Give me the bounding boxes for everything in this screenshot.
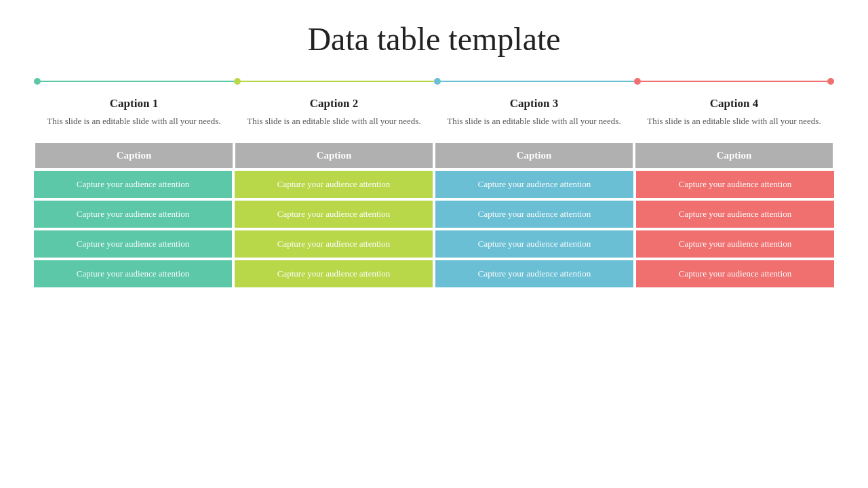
caption-3-heading: Caption 3 <box>441 97 627 110</box>
page-title: Data table template <box>307 20 560 58</box>
caption-col-4: Caption 4 This slide is an editable slid… <box>634 97 834 128</box>
table-row-1: Capture your audience attention Capture … <box>34 171 834 198</box>
table-cell-3-4: Capture your audience attention <box>636 230 834 258</box>
table-cell-3-2: Capture your audience attention <box>235 230 433 258</box>
table-cell-3-1: Capture your audience attention <box>34 230 232 258</box>
timeline-line-2 <box>241 81 434 82</box>
table-cell-3-3: Capture your audience attention <box>435 230 633 258</box>
timeline-segment-1 <box>34 78 234 85</box>
table-cell-2-1: Capture your audience attention <box>34 201 232 228</box>
table-header-4: Caption <box>635 143 833 168</box>
table-cell-1-1: Capture your audience attention <box>34 171 232 198</box>
timeline-line-3 <box>441 81 634 82</box>
table-cell-4-2: Capture your audience attention <box>235 260 433 287</box>
timeline-segment-2 <box>234 78 434 85</box>
table-cell-1-2: Capture your audience attention <box>235 171 433 198</box>
caption-2-text: This slide is an editable slide with all… <box>241 115 427 128</box>
table-header-row: Caption Caption Caption Caption <box>34 143 834 168</box>
table-body: Capture your audience attention Capture … <box>34 171 834 287</box>
table-cell-2-2: Capture your audience attention <box>235 201 433 228</box>
caption-3-text: This slide is an editable slide with all… <box>441 115 627 128</box>
table-row-3: Capture your audience attention Capture … <box>34 230 834 258</box>
table-cell-4-3: Capture your audience attention <box>435 260 633 287</box>
timeline-dot-4 <box>634 78 641 85</box>
caption-col-2: Caption 2 This slide is an editable slid… <box>234 97 434 128</box>
caption-col-3: Caption 3 This slide is an editable slid… <box>434 97 634 128</box>
caption-4-heading: Caption 4 <box>641 97 827 110</box>
table-header-2: Caption <box>235 143 433 168</box>
timeline-segment-4 <box>634 78 834 85</box>
timeline-line-4 <box>641 81 827 82</box>
timeline <box>34 78 834 85</box>
timeline-dot-1 <box>34 78 41 85</box>
table-cell-4-1: Capture your audience attention <box>34 260 232 287</box>
table-cell-2-4: Capture your audience attention <box>636 201 834 228</box>
caption-1-text: This slide is an editable slide with all… <box>41 115 227 128</box>
table-header-1: Caption <box>35 143 233 168</box>
caption-4-text: This slide is an editable slide with all… <box>641 115 827 128</box>
caption-1-heading: Caption 1 <box>41 97 227 110</box>
table-header-3: Caption <box>435 143 633 168</box>
timeline-dot-3 <box>434 78 441 85</box>
table-cell-1-3: Capture your audience attention <box>435 171 633 198</box>
table-row-2: Capture your audience attention Capture … <box>34 201 834 228</box>
table-cell-1-4: Capture your audience attention <box>636 171 834 198</box>
table-cell-4-4: Capture your audience attention <box>636 260 834 287</box>
caption-col-1: Caption 1 This slide is an editable slid… <box>34 97 234 128</box>
table-row-4: Capture your audience attention Capture … <box>34 260 834 287</box>
timeline-dot-2 <box>234 78 241 85</box>
timeline-line-1 <box>41 81 234 82</box>
timeline-dot-4-end <box>827 78 834 85</box>
timeline-segment-3 <box>434 78 634 85</box>
page-container: Data table template Caption 1 This slide… <box>0 0 868 488</box>
captions-row: Caption 1 This slide is an editable slid… <box>34 97 834 128</box>
caption-2-heading: Caption 2 <box>241 97 427 110</box>
table-cell-2-3: Capture your audience attention <box>435 201 633 228</box>
